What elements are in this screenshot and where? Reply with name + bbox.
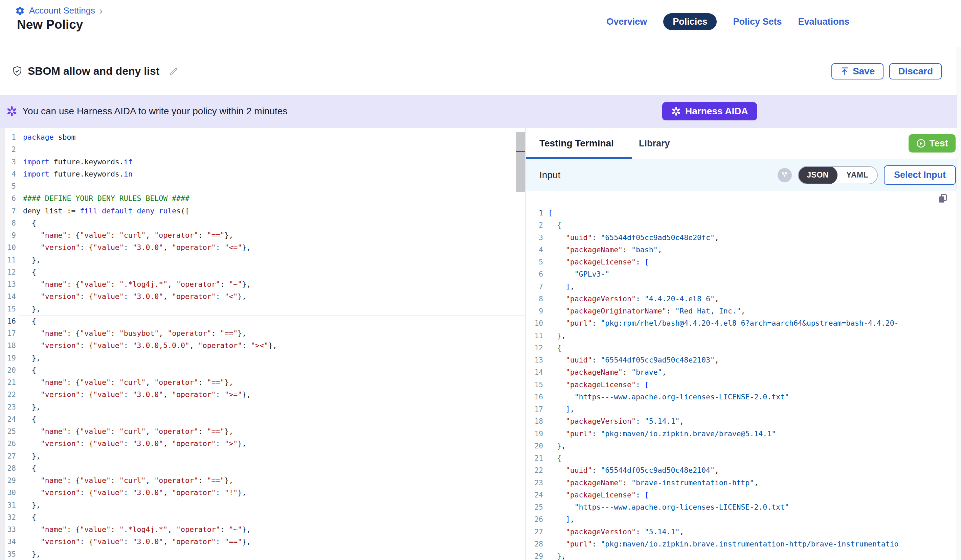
code-line: 24 { — [0, 413, 525, 425]
branch-icon[interactable] — [778, 168, 792, 182]
code-line: 17 "name": {"value": "busybot", "operato… — [0, 327, 525, 340]
editor-scrollbar[interactable] — [516, 132, 525, 192]
code-line: 9 "name": {"value": "curl", "operator": … — [0, 229, 525, 241]
code-line: 21 "name": {"value": "curl", "operator":… — [0, 376, 525, 388]
line-number: 7 — [0, 205, 16, 217]
line-number: 10 — [526, 317, 543, 329]
tab-overview[interactable]: Overview — [606, 16, 647, 27]
line-number: 19 — [0, 352, 16, 364]
line-number: 1 — [0, 131, 16, 143]
header-tabs: Overview Policies Policy Sets Evaluation… — [606, 13, 849, 30]
select-input-button[interactable]: Select Input — [884, 165, 956, 185]
discard-button[interactable]: Discard — [889, 63, 942, 79]
line-number: 3 — [0, 156, 16, 168]
input-label: Input — [539, 170, 560, 181]
code-line: 20 }, — [526, 440, 956, 452]
code-line: 7 ], — [526, 281, 956, 293]
breadcrumb-account-settings[interactable]: Account Settings — [29, 5, 95, 16]
line-number: 25 — [0, 425, 16, 438]
code-line: 3 "uuid": "65544df05cc9ad50c48e20fc", — [526, 232, 956, 244]
code-line: 11 }, — [0, 254, 525, 266]
code-line: 8 "packageVersion": "4.4.20-4.el8_6", — [526, 293, 956, 305]
aida-banner-text: You can use Harness AIDA to write your p… — [22, 106, 287, 117]
code-line: 12 { — [0, 266, 525, 278]
code-line: 26 "version": {"value": "3.0.0", "operat… — [0, 438, 525, 450]
tab-library[interactable]: Library — [639, 138, 670, 149]
format-toggle[interactable]: JSON YAML — [798, 166, 878, 184]
line-number: 16 — [0, 315, 16, 327]
code-line: 35 }, — [0, 548, 525, 560]
editor-scrollbar-marker — [516, 151, 525, 152]
code-line: 33 "name": {"value": ".*log4j.*", "opera… — [0, 523, 525, 536]
save-button[interactable]: Save — [831, 63, 884, 79]
line-number: 5 — [526, 256, 543, 268]
discard-label: Discard — [898, 66, 933, 77]
code-line: 28 { — [0, 462, 525, 475]
code-line: 24 "packageLicense": [ — [526, 489, 956, 501]
terminal-tabs: Testing Terminal Library Test — [526, 128, 961, 159]
code-line: 23 }, — [0, 401, 525, 413]
code-line: 16 "https---www.apache.org-licenses-LICE… — [526, 391, 956, 403]
code-line: 7deny_list := fill_default_deny_rules([ — [0, 205, 525, 217]
format-yaml-option[interactable]: YAML — [837, 170, 877, 180]
line-number: 14 — [526, 366, 543, 379]
line-number: 22 — [0, 388, 16, 401]
input-toolbar: Input JSON YAML Select Input — [526, 159, 961, 191]
edit-pencil-icon[interactable] — [169, 67, 178, 76]
line-number: 25 — [526, 501, 543, 513]
line-number: 28 — [526, 538, 543, 550]
code-line: 16 { — [0, 315, 525, 327]
harness-aida-button[interactable]: Harness AIDA — [662, 102, 757, 120]
code-line: 18 "version": {"value": "3.0.0,5.0.0", "… — [0, 340, 525, 352]
code-line: 10 "version": {"value": "3.0.0", "operat… — [0, 241, 525, 254]
code-line: 13 "name": {"value": ".*log4j.*", "opera… — [0, 278, 525, 290]
code-line: 19 "purl": "pkg:maven/io.zipkin.brave/br… — [526, 428, 956, 440]
tab-policies[interactable]: Policies — [663, 13, 717, 30]
code-line: 30 "version": {"value": "3.0.0", "operat… — [0, 487, 525, 499]
main-content: 1package sbom23import future.keywords.if… — [0, 128, 961, 560]
line-number: 29 — [0, 475, 16, 487]
test-label: Test — [929, 138, 948, 149]
line-number: 10 — [0, 241, 16, 254]
line-number: 6 — [0, 193, 16, 205]
code-line: 22 "uuid": "65544df05cc9ad50c48e2104", — [526, 464, 956, 477]
gear-icon — [15, 6, 25, 16]
code-line: 25 "name": {"value": "curl", "operator":… — [0, 425, 525, 438]
code-line: 3import future.keywords.if — [0, 156, 525, 168]
line-number: 8 — [0, 217, 16, 229]
line-number: 24 — [526, 489, 543, 501]
page-title: New Policy — [17, 18, 83, 32]
line-number: 26 — [0, 438, 16, 450]
format-json-option[interactable]: JSON — [798, 166, 837, 184]
tab-testing-terminal[interactable]: Testing Terminal — [539, 138, 614, 149]
upload-icon — [840, 67, 849, 76]
line-number: 4 — [526, 244, 543, 256]
line-number: 14 — [0, 290, 16, 303]
code-line: 25 "https---www.apache.org-licenses-LICE… — [526, 501, 956, 513]
code-line: 11 }, — [526, 330, 956, 342]
code-line: 5 — [0, 180, 525, 193]
line-number: 18 — [0, 340, 16, 352]
tab-policy-sets[interactable]: Policy Sets — [733, 16, 782, 27]
line-number: 17 — [0, 327, 16, 340]
line-number: 2 — [526, 219, 543, 231]
save-label: Save — [853, 66, 875, 77]
test-button[interactable]: Test — [908, 134, 956, 152]
line-number: 34 — [0, 536, 16, 548]
tab-evaluations[interactable]: Evaluations — [798, 16, 849, 27]
code-line: 4 "packageName": "bash", — [526, 244, 956, 256]
code-line: 1package sbom — [0, 131, 525, 143]
page-scrollbar[interactable] — [956, 47, 961, 560]
policy-code-editor[interactable]: 1package sbom23import future.keywords.if… — [0, 128, 525, 560]
code-line: 17 ], — [526, 403, 956, 415]
code-line: 31 }, — [0, 499, 525, 511]
top-header: Account Settings › New Policy Overview P… — [0, 0, 961, 47]
input-json-editor[interactable]: 1[2 {3 "uuid": "65544df05cc9ad50c48e20fc… — [526, 191, 956, 560]
code-line: 6 "GPLv3-" — [526, 268, 956, 280]
breadcrumb: Account Settings › — [15, 5, 103, 16]
line-number: 26 — [526, 513, 543, 526]
code-line: 29 "name": {"value": "curl", "operator":… — [0, 475, 525, 487]
line-number: 21 — [526, 452, 543, 464]
line-number: 27 — [0, 450, 16, 462]
code-line: 28 "purl": "pkg:maven/io.zipkin.brave.in… — [526, 538, 956, 550]
